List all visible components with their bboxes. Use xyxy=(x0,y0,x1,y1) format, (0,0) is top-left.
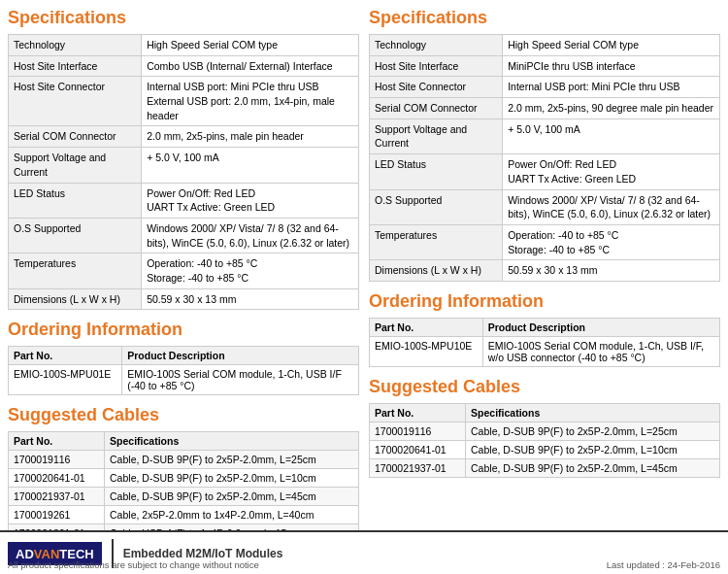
left-ordering-table: Part No.Product Description EMIO-100S-MP… xyxy=(8,346,359,395)
cables-part: 1700021937-01 xyxy=(370,458,466,477)
table-row: Serial COM Connector2.0 mm, 2x5-pins, 90… xyxy=(370,98,720,119)
cables-spec: Cable, D-SUB 9P(F) to 2x5P-2.0mm, L=45cm xyxy=(466,458,720,477)
table-row: TechnologyHigh Speed Serial COM type xyxy=(9,35,359,56)
table-row: Support Voltage and Current+ 5.0 V, 100 … xyxy=(9,148,359,183)
right-ordering-title: Ordering Information xyxy=(369,291,720,312)
left-ordering-header-part: Part No. xyxy=(9,347,122,365)
cables-part: 1700020641-01 xyxy=(9,469,105,488)
right-cables-header-spec: Specifications xyxy=(466,403,720,422)
table-row: 1700019261Cable, 2x5P-2.0mm to 1x4P-2.0m… xyxy=(9,506,359,524)
spec-value: Power On/Off: Red LED UART Tx Active: Gr… xyxy=(503,154,720,189)
table-row: LED StatusPower On/Off: Red LED UART Tx … xyxy=(9,183,359,218)
right-ordering-table: Part No.Product Description EMIO-100S-MP… xyxy=(369,318,720,367)
ordering-desc: EMIO-100S Serial COM module, 1-Ch, USB I… xyxy=(482,336,719,366)
spec-value: 50.59 x 30 x 13 mm xyxy=(142,288,359,310)
left-ordering-title: Ordering Information xyxy=(8,320,359,340)
table-row: 1700020641-01Cable, D-SUB 9P(F) to 2x5P-… xyxy=(9,469,359,488)
table-row: Dimensions (L x W x H)50.59 x 30 x 13 mm xyxy=(370,260,720,282)
table-row: TechnologyHigh Speed Serial COM type xyxy=(370,35,720,56)
cables-spec: Cable, D-SUB 9P(F) to 2x5P-2.0mm, L=25cm xyxy=(105,451,359,469)
table-row: LED StatusPower On/Off: Red LED UART Tx … xyxy=(370,154,720,189)
table-row: Serial COM Connector2.0 mm, 2x5-pins, ma… xyxy=(9,126,359,148)
right-spec-table: TechnologyHigh Speed Serial COM typeHost… xyxy=(369,34,720,282)
spec-value: + 5.0 V, 100 mA xyxy=(142,148,359,183)
right-cables-section: Suggested Cables Part No.Specifications … xyxy=(369,377,720,478)
spec-value: + 5.0 V, 100 mA xyxy=(503,118,720,153)
main-content: Specifications TechnologyHigh Speed Seri… xyxy=(0,0,728,553)
cables-part: 1700020641-01 xyxy=(370,440,466,458)
left-cables-header-spec: Specifications xyxy=(105,432,359,451)
table-row: Host Site ConnectorInternal USB port: Mi… xyxy=(9,77,359,126)
spec-label: Technology xyxy=(370,35,503,56)
table-row: TemperaturesOperation: -40 to +85 °C Sto… xyxy=(9,253,359,288)
cables-part: 1700019116 xyxy=(9,451,105,469)
cables-spec: Cable, 2x5P-2.0mm to 1x4P-2.0mm, L=40cm xyxy=(105,506,359,524)
cables-part: 1700021937-01 xyxy=(9,488,105,506)
spec-value: Windows 2000/ XP/ Vista/ 7/ 8 (32 and 64… xyxy=(142,218,359,253)
table-row: 1700019116Cable, D-SUB 9P(F) to 2x5P-2.0… xyxy=(9,451,359,469)
table-row: 1700019116Cable, D-SUB 9P(F) to 2x5P-2.0… xyxy=(370,422,720,440)
spec-value: 2.0 mm, 2x5-pins, male pin header xyxy=(142,126,359,148)
cables-part: 1700019116 xyxy=(370,422,466,440)
left-ordering-header-desc: Product Description xyxy=(122,347,359,365)
table-row: Dimensions (L x W x H)50.59 x 30 x 13 mm xyxy=(9,288,359,310)
left-specs-title: Specifications xyxy=(8,8,359,28)
footer-tagline: Embedded M2M/IoT Modules xyxy=(123,547,283,560)
cables-spec: Cable, D-SUB 9P(F) to 2x5P-2.0mm, L=45cm xyxy=(105,488,359,506)
right-panel: Specifications TechnologyHigh Speed Seri… xyxy=(369,8,720,553)
right-specs-section: Specifications TechnologyHigh Speed Seri… xyxy=(369,8,720,282)
table-row: EMIO-100S-MPU01EEMIO-100S Serial COM mod… xyxy=(9,365,359,395)
table-row: 1700021937-01Cable, D-SUB 9P(F) to 2x5P-… xyxy=(370,458,720,477)
left-cables-title: Suggested Cables xyxy=(8,405,359,425)
spec-label: Temperatures xyxy=(370,224,503,259)
spec-label: Host Site Interface xyxy=(9,55,142,77)
left-ordering-section: Ordering Information Part No.Product Des… xyxy=(8,320,359,395)
spec-label: Serial COM Connector xyxy=(9,126,142,148)
footer: ADVANTECH Embedded M2M/IoT Modules All p… xyxy=(0,530,728,574)
spec-value: MiniPCIe thru USB interface xyxy=(503,55,720,77)
right-ordering-header-desc: Product Description xyxy=(482,318,719,336)
spec-label: Support Voltage and Current xyxy=(9,148,142,183)
footer-date: Last updated : 24-Feb-2016 xyxy=(607,559,720,570)
table-row: TemperaturesOperation: -40 to +85 °C Sto… xyxy=(370,224,720,259)
table-row: EMIO-100S-MPU10EEMIO-100S Serial COM mod… xyxy=(370,336,720,366)
spec-value: 2.0 mm, 2x5-pins, 90 degree male pin hea… xyxy=(503,98,720,119)
table-row: Host Site ConnectorInternal USB port: Mi… xyxy=(370,77,720,98)
table-row: O.S SupportedWindows 2000/ XP/ Vista/ 7/… xyxy=(9,218,359,253)
ordering-part: EMIO-100S-MPU10E xyxy=(370,336,483,366)
spec-value: Windows 2000/ XP/ Vista/ 7/ 8 (32 and 64… xyxy=(503,189,720,224)
cables-spec: Cable, D-SUB 9P(F) to 2x5P-2.0mm, L=10cm xyxy=(466,440,720,458)
cables-spec: Cable, D-SUB 9P(F) to 2x5P-2.0mm, L=25cm xyxy=(466,422,720,440)
spec-value: Operation: -40 to +85 °C Storage: -40 to… xyxy=(503,224,720,259)
spec-label: Temperatures xyxy=(9,253,142,288)
table-row: Host Site InterfaceMiniPCIe thru USB int… xyxy=(370,55,720,77)
left-cables-table: Part No.Specifications 1700019116Cable, … xyxy=(8,431,359,543)
cables-spec: Cable, D-SUB 9P(F) to 2x5P-2.0mm, L=10cm xyxy=(105,469,359,488)
table-row: 1700020641-01Cable, D-SUB 9P(F) to 2x5P-… xyxy=(370,440,720,458)
table-row: 1700021937-01Cable, D-SUB 9P(F) to 2x5P-… xyxy=(9,488,359,506)
left-cables-header-part: Part No. xyxy=(9,432,105,451)
spec-label: Host Site Interface xyxy=(370,55,503,77)
spec-label: Host Site Connector xyxy=(370,77,503,98)
spec-label: O.S Supported xyxy=(370,189,503,224)
spec-value: Power On/Off: Red LED UART Tx Active: Gr… xyxy=(142,183,359,218)
spec-label: LED Status xyxy=(9,183,142,218)
spec-value: 50.59 x 30 x 13 mm xyxy=(503,260,720,282)
spec-value: High Speed Serial COM type xyxy=(142,35,359,56)
right-ordering-section: Ordering Information Part No.Product Des… xyxy=(369,291,720,367)
spec-label: Support Voltage and Current xyxy=(370,118,503,153)
spec-label: Technology xyxy=(9,35,142,56)
right-ordering-header-part: Part No. xyxy=(370,318,483,336)
spec-label: LED Status xyxy=(370,154,503,189)
spec-label: Dimensions (L x W x H) xyxy=(370,260,503,282)
spec-label: Serial COM Connector xyxy=(370,98,503,119)
spec-label: O.S Supported xyxy=(9,218,142,253)
left-cables-section: Suggested Cables Part No.Specifications … xyxy=(8,405,359,543)
right-cables-header-part: Part No. xyxy=(370,403,466,422)
right-specs-title: Specifications xyxy=(369,8,720,28)
spec-value: High Speed Serial COM type xyxy=(503,35,720,56)
spec-value: Combo USB (Internal/ External) Interface xyxy=(142,55,359,77)
ordering-desc: EMIO-100S Serial COM module, 1-Ch, USB I… xyxy=(122,365,359,395)
left-panel: Specifications TechnologyHigh Speed Seri… xyxy=(8,8,359,553)
spec-value: Internal USB port: Mini PCIe thru USB xyxy=(503,77,720,98)
